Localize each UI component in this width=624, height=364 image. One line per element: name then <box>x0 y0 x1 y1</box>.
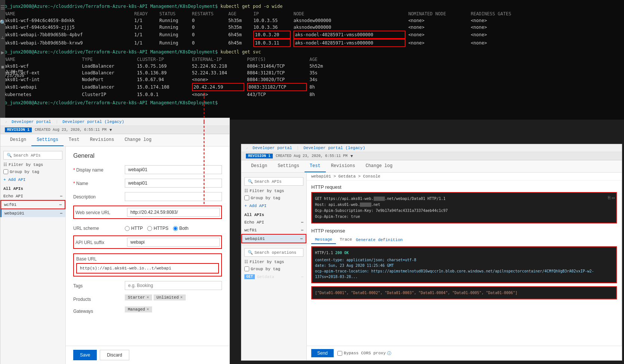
search-apis-left[interactable]: 🔍 Search APIs <box>3 151 62 160</box>
api-item-menu-echo-right[interactable]: ⋯ <box>301 220 303 225</box>
terminal-prompt-1: b_junx2008@Azure:~/clouddrive/Terraform-… <box>4 4 218 9</box>
api-item-webapi-right[interactable]: webapi01 ⋯ <box>241 234 306 243</box>
product-starter-remove[interactable]: × <box>146 295 149 300</box>
dev-portal-icon-right: ↗ <box>246 146 248 150</box>
tab-settings-right[interactable]: Settings <box>272 160 305 172</box>
search-icon-left: 🔍 <box>7 153 12 158</box>
revision-badge-right: REVISION 1 <box>246 154 273 158</box>
expand-icon[interactable]: ▭ <box>612 194 615 201</box>
bypass-cors-checkbox[interactable]: Bypass CORS proxy ⓘ <box>337 351 391 356</box>
web-service-url-input[interactable] <box>127 208 220 217</box>
group-ops-checkbox-right[interactable] <box>244 266 249 271</box>
search-apis-placeholder-right: Search APIs <box>254 179 282 184</box>
base-url-label: Base URL <box>76 256 219 262</box>
tab-test-left[interactable]: Test <box>64 134 85 146</box>
filter-icon-right: ☷ <box>244 188 248 193</box>
dev-portal-link-left[interactable]: Developer portal <box>12 120 51 124</box>
api-item-wcf-left[interactable]: wcf01 ⋯ <box>0 200 65 209</box>
api-item-menu-wcf-left[interactable]: ⋯ <box>59 202 62 207</box>
extensions-icon[interactable]: ■ <box>0 63 7 72</box>
all-apis-header-left: All APIs <box>0 184 65 192</box>
form-group-description: Description <box>73 192 222 201</box>
main-content-right: webapi01 > Getdata > Console HTTP reques… <box>307 173 622 360</box>
api-item-echo-right[interactable]: Echo API ⋯ <box>241 218 306 226</box>
filter-by-tags-right[interactable]: ☷ Filter by tags <box>241 187 306 194</box>
dev-portal-bar-left: ↗ Developer portal | Developer portal (l… <box>0 118 229 126</box>
operation-getdata[interactable]: GET Getdata ⋯ <box>241 272 306 281</box>
operation-name-getdata: Getdata <box>257 275 274 279</box>
url-scheme-both-radio[interactable] <box>173 226 178 231</box>
description-input[interactable] <box>125 192 222 201</box>
tab-revisions-left[interactable]: Revisions <box>85 134 120 146</box>
revision-dropdown-right[interactable]: ▼ <box>350 154 353 158</box>
revision-info-left: CREATED Aug 23, 2020, 6:55:11 PM <box>35 128 106 132</box>
filter-ops-right[interactable]: ☷ Filter by tags <box>241 258 306 265</box>
save-button[interactable]: Save <box>73 350 97 360</box>
url-scheme-both[interactable]: Both <box>173 226 189 231</box>
url-scheme-http-radio[interactable] <box>125 226 130 231</box>
api-item-menu-webapi-left[interactable]: ⋯ <box>60 211 62 216</box>
revision-bar-right: REVISION 1 CREATED Aug 23, 2020, 6:55:11… <box>241 152 622 160</box>
discard-button[interactable]: Discard <box>100 350 129 360</box>
tab-design-right[interactable]: Design <box>246 160 272 172</box>
copy-icon[interactable]: ⎘ <box>608 194 611 201</box>
group-by-tag-checkbox-right[interactable] <box>244 195 249 200</box>
tab-design-left[interactable]: Design <box>5 134 31 146</box>
description-label: Description <box>73 192 122 200</box>
operation-menu-getdata[interactable]: ⋯ <box>301 274 303 279</box>
api-url-suffix-input[interactable] <box>127 238 220 247</box>
tab-test-right[interactable]: Test <box>305 160 326 172</box>
display-name-label: Display name <box>73 165 122 173</box>
display-name-input[interactable] <box>125 165 222 174</box>
api-item-wcf-right[interactable]: wcf01 ⋯ <box>241 226 306 234</box>
all-apis-header-right: All APIs <box>241 210 306 218</box>
api-item-echo-left[interactable]: Echo API ⋯ <box>0 192 65 200</box>
explorer-icon[interactable]: ☰ <box>0 3 7 12</box>
name-input[interactable] <box>125 179 222 188</box>
bypass-cors-info-icon[interactable]: ⓘ <box>387 351 391 356</box>
revision-bar-left: REVISION 1 CREATED Aug 23, 2020, 6:55:11… <box>0 126 229 134</box>
add-api-right[interactable]: + Add API <box>241 201 306 210</box>
bypass-cors-input[interactable] <box>337 351 342 356</box>
http-response-box: HTTP/1.1 200 OK content-type: applicatio… <box>311 246 617 283</box>
base-url-section: Base URL http(s)://api.aks01-web.io...t/… <box>73 253 222 277</box>
tab-settings-left[interactable]: Settings <box>31 134 64 146</box>
revision-dropdown-left[interactable]: ▼ <box>109 128 112 132</box>
api-item-menu-wcf-right[interactable]: ⋯ <box>301 228 303 232</box>
group-by-tag-right[interactable]: Group by tag <box>241 194 306 201</box>
group-by-tag-checkbox-left[interactable] <box>3 169 8 174</box>
add-api-left[interactable]: + Add API <box>0 175 65 184</box>
group-by-tag-left[interactable]: Group by tag <box>0 168 65 175</box>
tab-revisions-right[interactable]: Revisions <box>326 160 361 172</box>
http-status: HTTP/1.1 200 OK <box>315 250 613 256</box>
product-unlimited-remove[interactable]: × <box>180 295 183 300</box>
form-group-url-scheme: URL scheme HTTP HTTPS Both <box>73 223 222 231</box>
dev-portal-link-right[interactable]: Developer portal <box>253 146 292 150</box>
dev-portal-legacy-link-left[interactable]: Developer portal (legacy) <box>62 120 124 124</box>
search-apis-right[interactable]: 🔍 Search APIs <box>244 177 303 186</box>
api-item-menu-echo-left[interactable]: ⋯ <box>60 194 62 198</box>
form-footer-left: Save Discard <box>66 346 229 364</box>
gateway-managed-remove[interactable]: × <box>146 307 149 312</box>
tab-changelog-right[interactable]: Change log <box>360 160 398 172</box>
tab-message[interactable]: Message <box>311 236 336 244</box>
search-icon[interactable]: 🔍 <box>0 18 7 27</box>
group-ops-right[interactable]: Group by tag <box>241 265 306 272</box>
search-ops-right[interactable]: 🔍 Search operations <box>244 248 303 257</box>
api-item-menu-webapi-right[interactable]: ⋯ <box>300 236 303 241</box>
url-scheme-https-radio[interactable] <box>147 226 152 231</box>
url-scheme-https[interactable]: HTTPS <box>147 226 168 231</box>
source-control-icon[interactable]: ⥿ <box>0 33 7 42</box>
breadcrumb-right: webapi01 > Getdata > Console <box>307 173 622 181</box>
tab-trace[interactable]: Trace <box>336 236 356 244</box>
tags-input[interactable] <box>125 281 222 290</box>
dev-portal-legacy-link-right[interactable]: Developer portal (legacy) <box>303 146 365 150</box>
filter-by-tags-left[interactable]: ☷ Filter by tags <box>0 161 65 168</box>
form-group-gateways: Gateways Managed × <box>73 306 222 314</box>
url-scheme-http[interactable]: HTTP <box>125 226 143 231</box>
generate-definition-link[interactable]: Generate definition <box>356 238 402 242</box>
api-item-webapi-left[interactable]: webapi01 ⋯ <box>0 209 65 217</box>
debug-icon[interactable]: ▶ <box>0 48 7 57</box>
send-button[interactable]: Send <box>311 349 334 357</box>
tab-changelog-left[interactable]: Change log <box>119 134 157 146</box>
